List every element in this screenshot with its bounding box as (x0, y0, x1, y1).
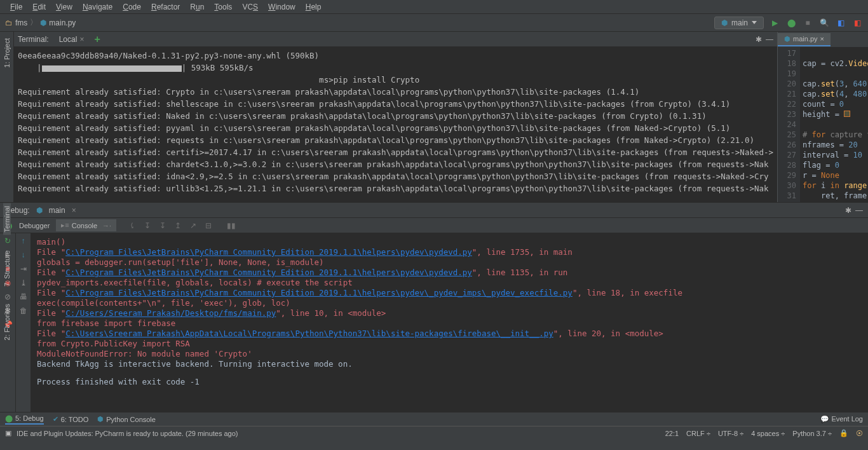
python-icon: ⬢ (36, 206, 43, 215)
up-icon[interactable]: ↑ (18, 236, 29, 246)
step-over-icon[interactable]: ⤹ (125, 219, 139, 233)
chevron-icon: 〉 (30, 17, 37, 28)
wrap-icon[interactable]: ⇥ (18, 264, 29, 274)
interpreter[interactable]: Python 3.7 ÷ (792, 430, 832, 437)
ext-icon-1[interactable]: ◧ (835, 17, 846, 29)
resume-icon[interactable]: ▮▮ (224, 219, 238, 233)
editor-panel: ⬢ main.py × 17 18 19 20 21 22 23 24 25 2… (777, 32, 868, 202)
event-log-label: Event Log (831, 415, 863, 423)
tool-window-icon[interactable]: ▣ (5, 429, 11, 437)
lock-icon[interactable]: 🔒 (839, 429, 848, 437)
terminal-tab-label: Local (59, 35, 78, 44)
run-config-selector[interactable]: ⬢ main (714, 17, 764, 29)
clear-icon[interactable]: 🗑 (18, 306, 29, 316)
ext-icon-2[interactable]: ◧ (851, 17, 863, 29)
crlf-label: CRLF (686, 430, 705, 437)
toolbar: 🗀 fms 〉 ⬢ main.py ⬢ main ▶ ⬤ ■ 🔍 ◧ ◧ (0, 14, 868, 32)
step-out-icon[interactable]: ↥ (171, 219, 185, 233)
editor-tab-label: main.py (793, 35, 818, 43)
gear-icon[interactable]: ✱ (756, 35, 762, 44)
code-editor[interactable]: cap = cv2.VideoCaptur cap.set(3, 640) ca… (800, 47, 868, 202)
down-icon[interactable]: ↓ (18, 250, 29, 260)
sidebar-project[interactable]: 1: Project (3, 38, 11, 67)
terminal-title: Terminal: (18, 35, 49, 44)
breadcrumb: 🗀 fms 〉 ⬢ main.py (5, 17, 76, 28)
bug-icon: ⬤ (5, 414, 13, 423)
run-button[interactable]: ▶ (769, 17, 780, 29)
debug-panel: Debug: ⬢ main × ✱ — ⬤ Debugger ▸≡Console… (0, 202, 868, 412)
line-separator[interactable]: CRLF ÷ (686, 430, 710, 437)
close-icon[interactable]: × (820, 35, 824, 43)
run-to-cursor-icon[interactable]: ↗ (186, 219, 200, 233)
minimize-icon[interactable]: — (855, 206, 863, 215)
console-tab[interactable]: ▸≡Console→· (56, 219, 116, 231)
debugger-tab-label: Debugger (19, 222, 50, 229)
editor-tab-main[interactable]: ⬢ main.py × (778, 33, 831, 46)
menu-file[interactable]: File (5, 1, 27, 13)
debug-config-name: main (49, 206, 65, 215)
menubar: File Edit View Navigate Code Refactor Ru… (0, 0, 868, 14)
menu-navigate[interactable]: Navigate (78, 1, 118, 13)
indent[interactable]: 4 spaces ÷ (751, 430, 785, 437)
debug-button[interactable]: ⬤ (785, 17, 797, 29)
toolbar-right: ⬢ main ▶ ⬤ ■ 🔍 ◧ ◧ (714, 17, 863, 29)
menu-run[interactable]: Run (185, 1, 209, 13)
python-file-icon: ⬢ (40, 18, 46, 27)
bottom-pyconsole-label: Python Console (106, 416, 156, 423)
console-icon: ▸≡ (61, 221, 69, 229)
new-terminal-button[interactable]: + (94, 34, 100, 45)
console-tab-label: Console (72, 222, 97, 229)
sidebar-structure[interactable]: 7: Structure (3, 248, 11, 289)
close-icon[interactable]: × (79, 35, 84, 44)
gear-icon[interactable]: ✱ (845, 206, 851, 215)
left-tool-strip: 1: Project (0, 32, 14, 202)
console-output[interactable]: main() File "C:\Program Files\JetBrains\… (31, 233, 868, 412)
bottom-bar: ⬤ 5: Debug ✔ 6: TODO ⬢ Python Console 💬 … (0, 412, 868, 426)
print-icon[interactable]: 🖶 (18, 292, 29, 302)
debugger-tab[interactable]: Debugger (14, 220, 55, 231)
scroll-icon[interactable]: ⤓ (18, 278, 29, 288)
status-message: IDE and Plugin Updates: PyCharm is ready… (17, 430, 238, 437)
terminal-output[interactable]: 0eea6eeaa9c39ddb89a40/Naked-0.1.31-py2.p… (14, 47, 777, 202)
dropdown-icon (752, 21, 757, 24)
sidebar-favorites[interactable]: 2: Favorites (3, 301, 11, 343)
menu-edit[interactable]: Edit (27, 1, 51, 13)
terminal-panel: Terminal: Local × + ✱ — 0eea6eeaa9c39ddb… (14, 32, 777, 202)
stop-button[interactable]: ■ (802, 17, 813, 29)
run-config-name: main (731, 18, 748, 27)
menu-refactor[interactable]: Refactor (146, 1, 185, 13)
status-bar: ▣ IDE and Plugin Updates: PyCharm is rea… (0, 426, 868, 440)
bottom-pyconsole[interactable]: ⬢ Python Console (97, 415, 156, 423)
bottom-debug[interactable]: ⬤ 5: Debug (5, 414, 44, 425)
menu-code[interactable]: Code (118, 1, 146, 13)
menu-help[interactable]: Help (301, 1, 327, 13)
menu-view[interactable]: View (51, 1, 78, 13)
breadcrumb-folder[interactable]: fms (15, 18, 27, 27)
goto-icon[interactable]: ⦿ (856, 430, 863, 437)
bottom-debug-label: 5: Debug (15, 414, 44, 422)
evaluate-icon[interactable]: ⊟ (201, 219, 215, 233)
menu-window[interactable]: Window (263, 1, 301, 13)
console-toolbar: ↑ ↓ ⇥ ⤓ 🖶 🗑 (15, 233, 31, 412)
python-icon: ⬢ (97, 415, 104, 423)
cursor-position[interactable]: 22:1 (665, 430, 679, 437)
menu-tools[interactable]: Tools (209, 1, 237, 13)
terminal-tab-local[interactable]: Local × (55, 34, 88, 45)
encoding[interactable]: UTF-8 ÷ (718, 430, 743, 437)
todo-icon: ✔ (53, 415, 58, 423)
python-file-icon: ⬢ (784, 35, 790, 43)
sidebar-terminal[interactable]: Terminal (3, 203, 11, 235)
search-button[interactable]: 🔍 (818, 17, 830, 29)
bottom-todo[interactable]: ✔ 6: TODO (53, 415, 89, 423)
close-icon[interactable]: × (72, 206, 76, 215)
pin-icon[interactable]: →· (102, 222, 111, 229)
folder-icon: 🗀 (5, 18, 13, 27)
step-into-icon[interactable]: ↧ (140, 219, 154, 233)
event-log[interactable]: 💬 Event Log (820, 415, 863, 423)
menu-vcs[interactable]: VCS (237, 1, 263, 13)
python-label: Python 3.7 (792, 430, 826, 437)
step-into-my-icon[interactable]: ↧ (156, 219, 170, 233)
event-log-icon: 💬 (820, 415, 829, 423)
breadcrumb-file[interactable]: main.py (49, 18, 76, 27)
minimize-icon[interactable]: — (766, 35, 773, 44)
